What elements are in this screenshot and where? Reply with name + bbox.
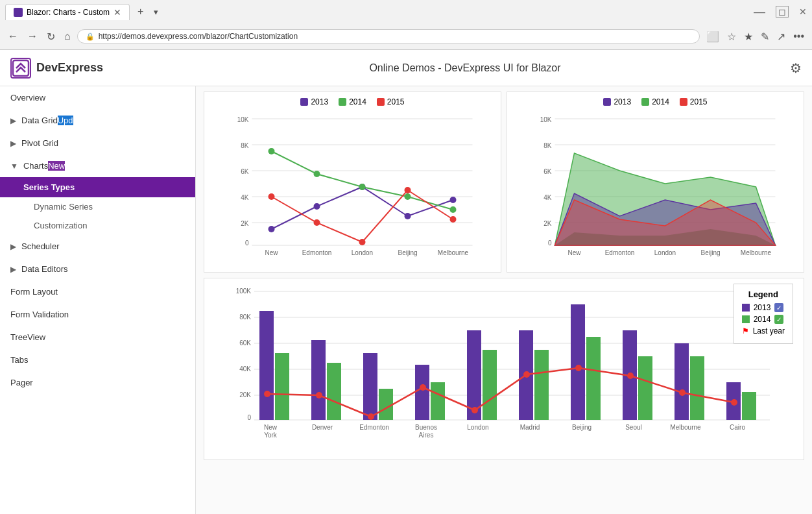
svg-point-93 [627,373,634,379]
svg-point-25 [359,239,366,245]
sidebar-item-treeview[interactable]: TreeView [0,326,195,349]
sidebar-item-form-layout[interactable]: Form Layout [0,280,195,303]
svg-text:2K: 2K [543,220,552,227]
charts-label: Charts [23,161,48,171]
legend-box-item-lastyear: ⚑ Last year [742,326,785,336]
svg-point-13 [269,226,275,232]
collections-button[interactable]: ★ [741,29,756,44]
sidebar-item-data-grid[interactable]: ▶ Data Grid Upd [0,109,195,132]
sidebar-item-pager[interactable]: Pager [0,371,195,394]
svg-text:60K: 60K [239,339,251,347]
legend-box-item-2014: 2014 ✓ [742,315,785,324]
svg-text:Seoul: Seoul [625,424,642,431]
back-button[interactable]: ← [5,29,21,43]
form-layout-label: Form Layout [10,287,58,297]
sidebar-item-form-validation[interactable]: Form Validation [0,303,195,326]
sidebar-item-customization[interactable]: Customization [0,216,195,235]
area-legend-color-2015 [680,98,687,106]
area-chart-svg: 10K 8K 6K 4K 2K 0 [512,109,798,265]
restore-button[interactable]: ◻ [776,6,789,18]
refresh-button[interactable]: ↻ [44,29,58,44]
home-button[interactable]: ⌂ [62,29,73,43]
forward-button[interactable]: → [25,29,40,43]
share-button[interactable]: ↗ [774,29,788,44]
svg-text:100K: 100K [236,288,252,295]
sidebar-item-tabs[interactable]: Tabs [0,349,195,371]
area-legend-label-2013: 2013 [614,97,631,106]
area-legend-label-2014: 2014 [652,97,669,106]
svg-text:4K: 4K [241,194,249,201]
svg-text:10K: 10K [237,116,249,123]
bookmark-button[interactable]: ☆ [724,29,739,44]
svg-text:Aires: Aires [419,432,434,439]
svg-point-24 [314,219,320,226]
svg-rect-77 [534,350,549,420]
sidebar-item-charts[interactable]: ▼ Charts New [0,154,195,177]
svg-text:20K: 20K [239,391,251,398]
sidebar-item-scheduler[interactable]: ▶ Scheduler [0,235,195,258]
svg-rect-72 [415,365,429,420]
area-chart-legend: 2013 2014 2015 [512,97,798,106]
browser-toolbar: ← → ↻ ⌂ 🔒 https://demos.devexpress.com/b… [0,23,812,49]
svg-point-16 [405,213,411,219]
legend-label-2015: 2015 [387,97,405,106]
legend-item-2014: 2014 [339,97,366,106]
new-tab-button[interactable]: + [135,5,146,19]
legend-label-2014: 2014 [349,97,366,106]
svg-text:Melbourne: Melbourne [438,249,469,256]
area-legend-item-2015: 2015 [680,97,708,106]
legend-box-check-2014[interactable]: ✓ [774,315,783,324]
svg-text:York: York [264,432,278,439]
more-button[interactable]: ••• [791,29,807,44]
pager-label: Pager [10,378,33,387]
legend-box-label-lastyear: Last year [753,326,785,336]
settings-button[interactable]: ⚙ [790,60,802,76]
logo-icon [10,58,31,79]
tab-close-button[interactable]: ✕ [113,7,121,18]
address-bar[interactable]: 🔒 https://demos.devexpress.com/blazor/Ch… [77,29,700,43]
svg-point-20 [359,184,366,190]
close-button[interactable]: ✕ [799,6,807,17]
svg-text:6K: 6K [543,168,552,175]
toolbar-actions: ⬜ ☆ ★ ✎ ↗ ••• [704,29,807,44]
svg-rect-68 [311,340,326,420]
svg-point-89 [420,384,426,391]
edit-button[interactable]: ✎ [758,29,772,44]
tab-dropdown[interactable]: ▾ [154,7,158,17]
legend-label-2013: 2013 [311,97,328,106]
svg-text:London: London [352,249,373,256]
tab-favicon [14,8,23,17]
legend-box-label-2013: 2013 [754,303,771,312]
svg-point-26 [405,187,411,193]
sidebar: Overview ▶ Data Grid Upd ▶ Pivot Grid ▼ … [0,86,196,514]
sidebar-item-data-editors[interactable]: ▶ Data Editors [0,258,195,280]
legend-box-check-2013[interactable]: ✓ [774,303,783,312]
svg-text:4K: 4K [543,194,552,201]
svg-point-92 [575,365,582,371]
svg-text:Denver: Denver [312,424,333,431]
scheduler-arrow: ▶ [10,242,16,251]
data-editors-label: Data Editors [21,264,68,274]
data-grid-arrow: ▶ [10,116,16,125]
svg-text:Beijing: Beijing [700,249,720,256]
svg-text:Melbourne: Melbourne [670,424,701,431]
data-grid-label: Data Grid [21,116,58,125]
sidebar-item-series-types[interactable]: Series Types [0,177,195,197]
customization-label: Customization [34,221,87,230]
legend-box-label-2014: 2014 [754,315,771,324]
svg-text:London: London [654,249,676,256]
sidebar-item-dynamic-series[interactable]: Dynamic Series [0,197,195,216]
minimize-button[interactable]: — [754,5,765,19]
sidebar-item-overview[interactable]: Overview [0,86,195,109]
svg-text:Buenos: Buenos [415,424,437,431]
svg-text:0: 0 [245,239,249,247]
sidebar-item-pivot-grid[interactable]: ▶ Pivot Grid [0,132,195,154]
svg-point-17 [450,197,457,203]
svg-text:Beijing: Beijing [572,424,591,431]
svg-text:2K: 2K [241,220,249,227]
reader-view-button[interactable]: ⬜ [704,29,722,44]
svg-point-23 [269,193,275,200]
svg-point-14 [314,203,320,210]
area-legend-label-2015: 2015 [690,97,708,106]
browser-tab[interactable]: Blazor: Charts - Custom ✕ [5,4,130,20]
